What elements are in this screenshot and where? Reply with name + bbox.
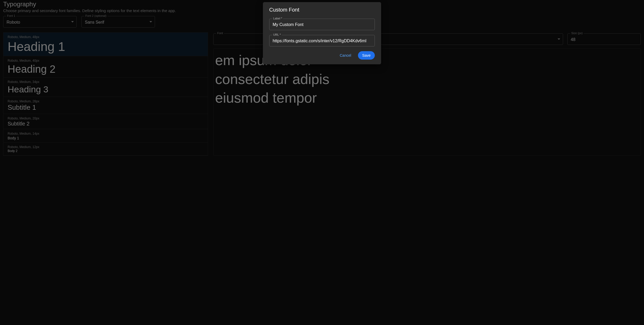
save-button[interactable]: Save bbox=[358, 51, 375, 60]
label-field-label: Label * bbox=[272, 17, 283, 20]
dialog-title: Custom Font bbox=[269, 7, 375, 13]
url-field-label: URL * bbox=[272, 33, 282, 36]
label-input[interactable] bbox=[269, 19, 375, 30]
label-field[interactable]: Label * bbox=[269, 19, 375, 30]
url-input[interactable] bbox=[269, 35, 375, 46]
cancel-button[interactable]: Cancel bbox=[335, 51, 355, 60]
url-field[interactable]: URL * bbox=[269, 35, 375, 46]
custom-font-dialog: Custom Font Label * URL * Cancel Save bbox=[263, 2, 381, 64]
